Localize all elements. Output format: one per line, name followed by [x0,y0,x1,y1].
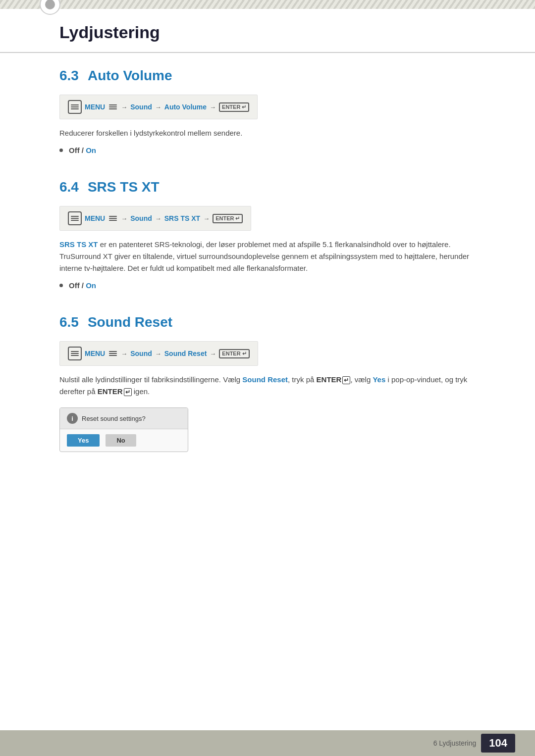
nav-arrow-3-6-5: → [210,350,216,357]
yes-bold: Yes [373,375,385,384]
page-footer: 6 Lydjustering 104 [0,730,535,756]
nav-arrow-2-6-3: → [155,103,161,111]
page-title: Lydjustering [59,23,476,42]
nav-grid-icon-6-5 [109,351,117,356]
page-title-area: Lydjustering [0,9,535,53]
nav-arrow-3-6-4: → [203,215,210,222]
top-stripe [0,0,535,9]
body-part3-6-5: , vælg [350,375,373,384]
nav-arrow-2-6-5: → [155,350,161,357]
enter-bold-2: ENTER↵ [98,387,132,396]
dialog-yes-button[interactable]: Yes [67,434,100,447]
nav-sound-6-5: Sound [130,350,152,357]
bullet-dot-6-3 [59,149,63,152]
footer-page-number: 104 [481,734,515,753]
separator-6-3: / [82,146,86,154]
section-6-4-header: 6.4 SRS TS XT [59,179,476,195]
body-part5-6-5: igen. [132,387,150,396]
section-6-5: 6.5 Sound Reset MENU → Sound → Sound Res… [59,314,476,452]
nav-grid-icon-6-4 [109,216,117,221]
nav-autovolume-6-3: Auto Volume [164,103,207,111]
section-6-3-header: 6.3 Auto Volume [59,68,476,84]
bullet-dot-6-4 [59,284,63,287]
menu-bars-6-5 [71,351,79,356]
srs-bold-label: SRS TS XT [59,240,98,249]
section-6-4-number: 6.4 [59,179,79,195]
nav-sound-6-4: Sound [130,214,152,222]
menu-icon-6-3 [68,100,82,114]
section-6-4-bullet: Off / On [59,281,476,290]
sound-reset-bold: Sound Reset [242,375,288,384]
nav-arrow-1-6-4: → [121,215,127,222]
section-6-4-body-rest: er en patenteret SRS-teknologi, der løse… [59,240,469,272]
off-label-6-4: Off [69,281,80,290]
enter-bold-1: ENTER↵ [317,375,351,384]
main-content: 6.3 Auto Volume MENU → Sound → Auto Volu… [0,58,535,516]
nav-arrow-3-6-3: → [210,103,216,111]
dialog-buttons: Yes No [60,429,188,452]
separator-6-4: / [82,281,86,290]
dialog-info-icon: i [67,413,78,424]
nav-soundreset-6-5: Sound Reset [164,350,207,357]
nav-menu-label-6-4: MENU [85,214,105,222]
section-6-5-nav: MENU → Sound → Sound Reset → ENTER ↵ [59,341,258,366]
on-label-6-4: On [86,281,96,290]
body-part2-6-5: , tryk på [288,375,317,384]
menu-bars-6-3 [71,104,79,109]
section-6-4-nav: MENU → Sound → SRS TS XT → ENTER ↵ [59,206,251,231]
section-6-4: 6.4 SRS TS XT MENU → Sound → SRS TS XT → [59,179,476,290]
menu-icon-6-4 [68,211,82,225]
off-label-6-3: Off [69,146,80,154]
nav-arrow-2-6-4: → [155,215,161,222]
enter-icon-6-3: ENTER ↵ [219,102,249,112]
section-6-5-title: Sound Reset [88,314,172,330]
dialog-header: i Reset sound settings? [60,408,188,429]
section-6-3-bullet-text: Off / On [69,146,96,154]
dialog-message: Reset sound settings? [82,415,146,422]
nav-sound-6-3: Sound [130,103,152,111]
nav-arrow-1-6-5: → [121,350,127,357]
section-6-4-body: SRS TS XT er en patenteret SRS-teknologi… [59,239,476,274]
section-6-3-bullet: Off / On [59,146,476,154]
nav-grid-icon-6-3 [109,104,117,109]
dialog-no-button[interactable]: No [106,434,136,447]
section-6-5-body: Nulstil alle lydindstillinger til fabrik… [59,374,476,398]
body-part1-6-5: Nulstil alle lydindstillinger til fabrik… [59,375,242,384]
section-6-4-bullet-text: Off / On [69,281,96,290]
nav-srs-6-4: SRS TS XT [164,214,200,222]
menu-icon-6-5 [68,347,82,360]
on-label-6-3: On [86,146,96,154]
section-6-3-title: Auto Volume [88,68,172,84]
dialog-box: i Reset sound settings? Yes No [59,407,188,452]
nav-menu-label-6-5: MENU [85,350,105,357]
footer-chapter-label: 6 Lydjustering [433,739,477,747]
enter-icon-6-5: ENTER ↵ [219,349,249,358]
nav-arrow-1-6-3: → [121,103,127,111]
section-6-4-title: SRS TS XT [88,179,160,195]
section-6-3-nav: MENU → Sound → Auto Volume → ENTER ↵ [59,95,258,119]
enter-icon-6-4: ENTER ↵ [213,214,243,223]
section-6-3: 6.3 Auto Volume MENU → Sound → Auto Volu… [59,68,476,154]
section-6-3-body: Reducerer forskellen i lydstyrkekontrol … [59,127,476,139]
section-6-3-number: 6.3 [59,68,79,84]
section-6-5-number: 6.5 [59,314,79,330]
top-circle-inner [45,0,55,9]
menu-bars-6-4 [71,216,79,221]
section-6-5-header: 6.5 Sound Reset [59,314,476,330]
page-wrapper: Lydjustering 6.3 Auto Volume MENU → [0,0,535,756]
nav-menu-label-6-3: MENU [85,103,105,111]
